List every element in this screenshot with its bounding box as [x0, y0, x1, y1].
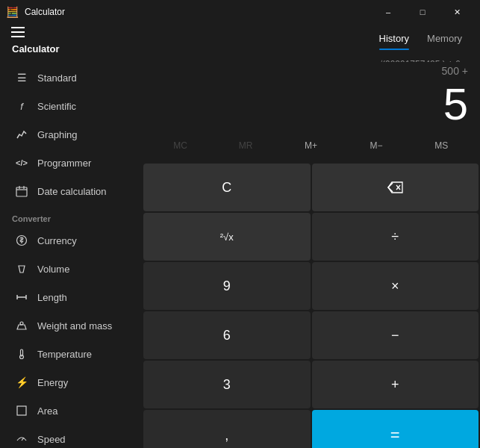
sidebar-item-weight[interactable]: Weight and mass [3, 311, 139, 340]
memory-recall-button[interactable]: MR [213, 134, 278, 158]
sidebar-item-energy[interactable]: ⚡ Energy [3, 368, 139, 396]
sidebar-item-scientific[interactable]: f Scientific [3, 92, 139, 120]
svg-point-10 [20, 355, 24, 359]
memory-store-button[interactable]: MS [409, 134, 474, 158]
speed-icon [15, 432, 28, 446]
svg-rect-0 [16, 187, 27, 196]
plus-button[interactable]: + [312, 361, 479, 408]
memory-clear-button[interactable]: MC [148, 134, 213, 158]
tab-memory[interactable]: Memory [421, 30, 468, 50]
sidebar-item-date[interactable]: Date calculation [3, 177, 139, 205]
sidebar-item-speed[interactable]: Speed [3, 425, 139, 448]
area-icon [15, 404, 28, 417]
keypad: C ²√x ÷ 9 × 6 − 3 + [142, 162, 480, 410]
minimize-button[interactable]: – [371, 0, 405, 24]
date-icon [15, 184, 28, 198]
graphing-icon [15, 128, 28, 141]
divide-button[interactable]: ÷ [312, 213, 479, 261]
maximize-button[interactable]: □ [405, 0, 440, 24]
main-container: Calculator ☰ Standard f Scientific Graph… [0, 24, 480, 448]
programmer-icon: </> [15, 156, 28, 169]
sidebar-label-energy: Energy [37, 377, 68, 388]
titlebar-title: Calculator [25, 7, 65, 17]
sidebar-label-area: Area [37, 405, 57, 417]
converter-section-label: Converter [0, 205, 142, 226]
close-button[interactable]: ✕ [440, 0, 474, 24]
currency-icon [15, 234, 28, 247]
key-6[interactable]: 6 [143, 311, 311, 359]
scientific-icon: f [15, 99, 28, 113]
sidebar-item-standard[interactable]: ☰ Standard [3, 63, 139, 92]
equals-button[interactable]: = [312, 410, 479, 448]
sidebar-item-length[interactable]: Length [3, 283, 139, 311]
hamburger-button[interactable] [3, 27, 33, 37]
titlebar: 🧮 Calculator – □ ✕ [0, 0, 480, 24]
calculator-area: History Memory √(99291757425 ) ÷ 6 = 52.… [142, 24, 480, 448]
sidebar-label-scientific: Scientific [37, 101, 76, 112]
sidebar-item-graphing[interactable]: Graphing [3, 120, 139, 149]
tab-history[interactable]: History [373, 30, 415, 50]
memory-minus-button[interactable]: M− [343, 134, 408, 158]
key-9[interactable]: 9 [143, 262, 311, 310]
sidebar-label-standard: Standard [37, 72, 77, 84]
standard-icon: ☰ [15, 71, 28, 84]
multiply-button[interactable]: × [312, 262, 479, 310]
temperature-icon [15, 347, 28, 361]
display-area: 500 + 5 [142, 62, 480, 129]
sidebar-item-volume[interactable]: Volume [3, 255, 139, 283]
sqrt-button[interactable]: ²√x [143, 213, 311, 261]
app-icon: 🧮 [6, 6, 19, 18]
volume-icon [15, 262, 28, 276]
sidebar-item-programmer[interactable]: </> Programmer [3, 149, 139, 177]
keypad-bottom: , = [142, 410, 480, 448]
equals-label: = [390, 426, 400, 445]
titlebar-left: 🧮 Calculator [6, 6, 65, 18]
weight-icon [15, 319, 28, 332]
memory-row: MC MR M+ M− MS [142, 129, 480, 162]
sidebar-item-temperature[interactable]: Temperature [3, 340, 139, 368]
sidebar-item-currency[interactable]: Currency [3, 226, 139, 255]
comma-button[interactable]: , [143, 410, 311, 448]
sidebar-item-area[interactable]: Area [3, 396, 139, 425]
minus-button[interactable]: − [312, 311, 479, 359]
tabs-row: History Memory [142, 24, 480, 50]
sidebar-label-date: Date calculation [37, 186, 107, 197]
titlebar-controls: – □ ✕ [371, 0, 474, 24]
svg-rect-11 [17, 406, 26, 415]
history-entry-0[interactable]: √(99291757425 ) ÷ 6 = 52.517,65772496586 [154, 56, 468, 62]
display-value: 5 [154, 80, 468, 129]
key-3[interactable]: 3 [143, 361, 311, 408]
sidebar-label-currency: Currency [37, 235, 77, 246]
sidebar-app-name: Calculator [0, 37, 142, 63]
sidebar-label-programmer: Programmer [37, 158, 91, 169]
hamburger-icon [11, 27, 25, 37]
sidebar: Calculator ☰ Standard f Scientific Graph… [0, 24, 142, 448]
memory-plus-button[interactable]: M+ [278, 134, 343, 158]
history-panel: √(99291757425 ) ÷ 6 = 52.517,65772496586… [142, 50, 480, 62]
sidebar-label-weight: Weight and mass [37, 320, 112, 332]
display-expression: 500 + [154, 65, 468, 80]
backspace-button[interactable] [312, 164, 479, 211]
sidebar-label-graphing: Graphing [37, 129, 77, 140]
sidebar-label-length: Length [37, 292, 67, 303]
energy-icon: ⚡ [15, 376, 28, 389]
sidebar-label-speed: Speed [37, 434, 66, 445]
length-icon [15, 290, 28, 304]
sidebar-label-temperature: Temperature [37, 349, 92, 360]
svg-point-8 [20, 322, 23, 325]
sidebar-label-volume: Volume [37, 264, 69, 275]
clear-button[interactable]: C [143, 164, 311, 211]
